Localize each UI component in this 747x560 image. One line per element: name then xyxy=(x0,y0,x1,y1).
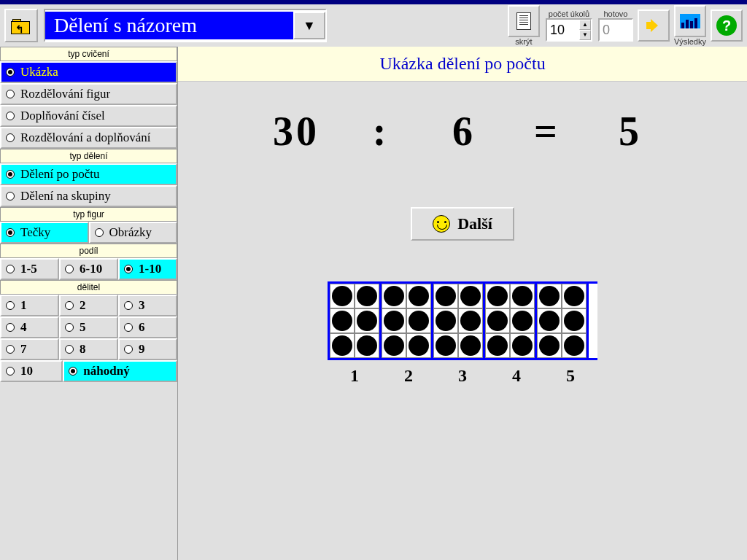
radio-rozd-lov-n-a-dopl-ov-n-[interactable]: Rozdělování a doplňování xyxy=(0,127,177,149)
radio-label: 1-10 xyxy=(139,262,161,276)
dot-group xyxy=(483,284,535,358)
dot-icon xyxy=(564,311,584,331)
radio-obr-zky[interactable]: Obrázky xyxy=(89,222,178,244)
group-label: 5 xyxy=(543,366,597,386)
radio-dot-icon xyxy=(124,323,133,332)
radio-dot-icon xyxy=(6,345,15,354)
radio-1-10[interactable]: 1-10 xyxy=(118,258,177,280)
radio-rozd-lov-n-figur[interactable]: Rozdělování figur xyxy=(0,83,177,105)
dot-cell xyxy=(562,284,587,308)
radio-8[interactable]: 8 xyxy=(59,338,118,360)
dot-icon xyxy=(357,311,377,331)
dot-icon xyxy=(409,335,429,356)
radio-d-len-na-skupiny[interactable]: Dělení na skupiny xyxy=(0,185,177,207)
help-button[interactable]: ? xyxy=(711,9,743,42)
radio-9[interactable]: 9 xyxy=(118,338,177,360)
next-button[interactable]: Další xyxy=(411,207,514,241)
dot-icon xyxy=(460,335,481,356)
radio-dot-icon xyxy=(6,192,15,201)
smiley-icon xyxy=(433,215,450,233)
dot-icon xyxy=(564,286,584,306)
dot-icon xyxy=(487,286,508,306)
radio-label: 6 xyxy=(139,320,145,335)
dot-icon xyxy=(332,286,352,306)
radio-dot-icon xyxy=(6,90,15,98)
dot-cell xyxy=(330,333,355,358)
radio-6[interactable]: 6 xyxy=(118,316,177,338)
dot-group xyxy=(535,284,589,358)
group-header: typ cvičení xyxy=(0,47,177,61)
dot-icon xyxy=(357,286,377,306)
radio-label: 9 xyxy=(139,342,145,357)
done-input xyxy=(600,21,632,39)
radio-label: 8 xyxy=(80,342,86,357)
dot-cell xyxy=(485,333,510,358)
radio-label: 7 xyxy=(20,342,27,357)
radio-4[interactable]: 4 xyxy=(0,316,59,338)
radio-dot-icon xyxy=(6,112,15,120)
title-dropdown[interactable]: Dělení s názorem ▼ xyxy=(44,9,327,42)
radio-5[interactable]: 5 xyxy=(59,316,118,338)
radio-uk-zka[interactable]: Ukázka xyxy=(0,61,177,83)
radio-6-10[interactable]: 6-10 xyxy=(59,258,118,280)
done-label: hotovo xyxy=(603,9,627,18)
group-label: 3 xyxy=(436,366,489,386)
dot-cell xyxy=(537,308,562,333)
radio-dot-icon xyxy=(6,323,15,332)
dots-area: 12345 xyxy=(328,281,597,386)
dot-icon xyxy=(460,286,481,306)
tasks-label: počet úkolů xyxy=(549,9,589,18)
results-button[interactable] xyxy=(674,5,706,37)
radio-dot-icon xyxy=(6,133,15,142)
radio-3[interactable]: 3 xyxy=(118,295,177,316)
radio-label: Tečky xyxy=(20,225,50,240)
dot-cell xyxy=(382,333,406,358)
radio-label: 10 xyxy=(20,364,33,378)
dot-icon xyxy=(436,335,456,356)
dot-cell xyxy=(355,308,379,333)
dot-cell xyxy=(458,333,483,358)
banner: Ukázka dělení po počtu xyxy=(178,47,747,82)
radio-10[interactable]: 10 xyxy=(0,360,63,382)
dot-cell xyxy=(458,284,483,308)
radio-dot-icon xyxy=(65,323,74,332)
radio-2[interactable]: 2 xyxy=(59,295,118,316)
radio-dot-icon xyxy=(6,68,15,77)
radio-te-ky[interactable]: Tečky xyxy=(0,222,89,244)
document-icon xyxy=(516,12,531,30)
radio-label: 1-5 xyxy=(20,262,37,276)
next-label: Další xyxy=(457,214,492,233)
radio-d-len-po-po-tu[interactable]: Dělení po počtu xyxy=(0,163,177,185)
tasks-up[interactable]: ▲ xyxy=(579,20,591,30)
dot-icon xyxy=(384,335,404,356)
radio-dot-icon xyxy=(6,170,15,179)
dot-group xyxy=(379,284,431,358)
tasks-spinner[interactable]: ▲ ▼ xyxy=(546,18,592,42)
dot-cell xyxy=(433,284,458,308)
chevron-down-icon[interactable]: ▼ xyxy=(293,12,325,39)
radio-dopl-ov-n-sel[interactable]: Doplňování čísel xyxy=(0,105,177,127)
radio-label: Ukázka xyxy=(20,65,58,79)
radio-dot-icon xyxy=(65,301,74,310)
toolbar: ↰ Dělení s názorem ▼ skrýt počet úkolů ▲… xyxy=(0,4,747,47)
sound-button[interactable] xyxy=(638,9,670,42)
radio-7[interactable]: 7 xyxy=(0,338,59,360)
dot-cell xyxy=(485,284,510,308)
main-area: Ukázka dělení po počtu 30 : 6 = 5 Další … xyxy=(178,47,747,560)
radio-n-hodn-[interactable]: náhodný xyxy=(63,360,177,382)
dot-cell xyxy=(406,308,431,333)
radio-1-5[interactable]: 1-5 xyxy=(0,258,59,280)
radio-dot-icon xyxy=(6,265,15,273)
radio-1[interactable]: 1 xyxy=(0,295,59,316)
dot-icon xyxy=(332,335,352,356)
dot-icon xyxy=(539,335,560,356)
dot-icon xyxy=(512,311,533,331)
dot-icon xyxy=(332,311,352,331)
radio-dot-icon xyxy=(65,345,74,354)
radio-label: Rozdělování figur xyxy=(20,87,110,101)
tasks-down[interactable]: ▼ xyxy=(579,30,591,40)
back-button[interactable]: ↰ xyxy=(4,9,38,42)
tasks-input[interactable] xyxy=(547,21,579,39)
hide-button[interactable] xyxy=(508,5,540,37)
sidebar: typ cvičeníUkázkaRozdělování figurDoplňo… xyxy=(0,47,178,560)
